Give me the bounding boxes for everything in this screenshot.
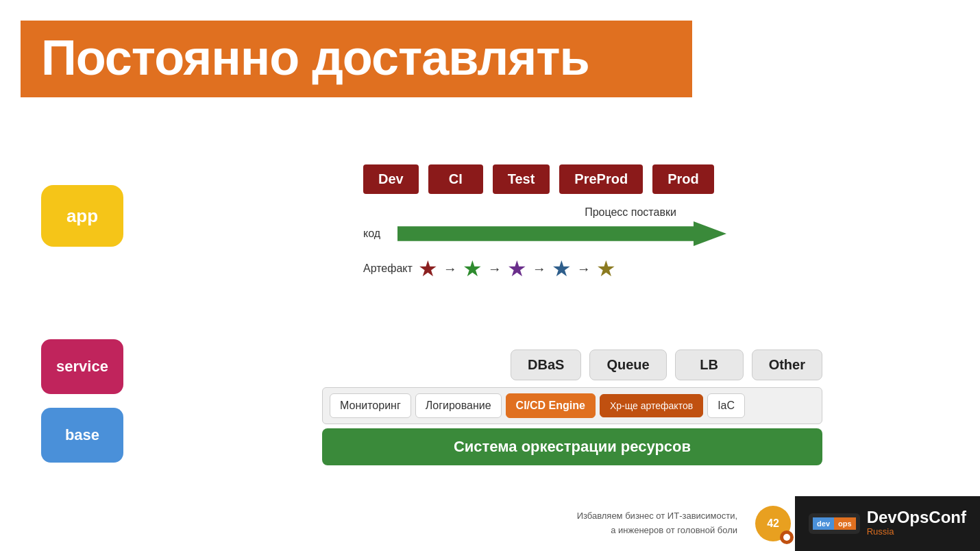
kod-label: код — [363, 228, 391, 240]
bottom-section: DBaS Queue LB Other Мониторинг Логирован… — [322, 350, 822, 465]
devops-logo: dev ops — [809, 513, 860, 534]
svc-dbas: DBaS — [511, 350, 581, 380]
footer-text-area: Избавляем бизнес от ИТ-зависимости, а ин… — [563, 496, 751, 551]
diagram-area: Dev CI Test PreProd Prod Процесс поставк… — [322, 164, 816, 282]
delivery-label: Процесс поставки — [445, 206, 816, 219]
badge-42: 42 — [755, 506, 791, 541]
footer-devops: dev ops DevOpsConf Russia — [795, 496, 980, 551]
left-lower-column: service base — [41, 339, 123, 463]
arrow-3: → — [532, 261, 546, 277]
page-title: Постоянно доставлять — [41, 33, 672, 82]
tools-row: Мониторинг Логирование CI/CD Engine Хр-щ… — [322, 387, 822, 424]
footer-line2: а инженеров от головной боли — [577, 524, 737, 538]
tool-monitoring: Мониторинг — [330, 393, 411, 418]
star-4: ★ — [552, 256, 572, 282]
stage-test: Test — [493, 164, 550, 194]
service-boxes-row: DBaS Queue LB Other — [322, 350, 822, 380]
header-banner: Постоянно доставлять — [21, 21, 692, 97]
service-box: service — [41, 339, 123, 394]
tool-artifacts: Хр-ще артефактов — [600, 394, 703, 417]
footer-line1: Избавляем бизнес от ИТ-зависимости, — [577, 509, 737, 524]
devops-russia-label: Russia — [867, 526, 966, 538]
green-arrow-visual — [397, 221, 726, 246]
tool-iac: IaC — [707, 393, 745, 418]
artifact-row: Артефакт ★ → ★ → ★ → ★ → ★ — [363, 256, 816, 282]
delivery-arrow — [397, 221, 816, 246]
svc-queue: Queue — [589, 350, 666, 380]
star-3: ★ — [507, 256, 527, 282]
stage-ci: CI — [428, 164, 483, 194]
footer: Избавляем бизнес от ИТ-зависимости, а ин… — [563, 496, 980, 551]
star-5: ★ — [596, 256, 616, 282]
stage-preprod: PreProd — [559, 164, 643, 194]
app-box: app — [41, 185, 123, 247]
badge-number: 42 — [767, 517, 779, 530]
orchestration-bar: Система оркестрации ресурсов — [322, 428, 822, 465]
arrow-4: → — [577, 261, 591, 277]
tool-logging: Логирование — [415, 393, 502, 418]
arrow-1: → — [443, 261, 457, 277]
stage-prod: Prod — [652, 164, 714, 194]
arrow-2: → — [488, 261, 502, 277]
pipeline-stages: Dev CI Test PreProd Prod — [363, 164, 816, 194]
tool-cicd: CI/CD Engine — [506, 393, 596, 418]
stars-row: ★ → ★ → ★ → ★ → ★ — [418, 256, 816, 282]
devops-conf-label: DevOpsConf — [867, 509, 966, 526]
artifact-label: Артефакт — [363, 262, 413, 275]
devops-text: DevOpsConf Russia — [867, 509, 966, 538]
svc-lb: LB — [675, 350, 744, 380]
svc-other: Other — [752, 350, 822, 380]
star-2: ★ — [463, 256, 482, 282]
left-column: app — [41, 185, 123, 247]
stage-dev: Dev — [363, 164, 419, 194]
delivery-row: Процесс поставки код — [363, 206, 816, 246]
star-1: ★ — [418, 256, 438, 282]
base-box: base — [41, 408, 123, 463]
